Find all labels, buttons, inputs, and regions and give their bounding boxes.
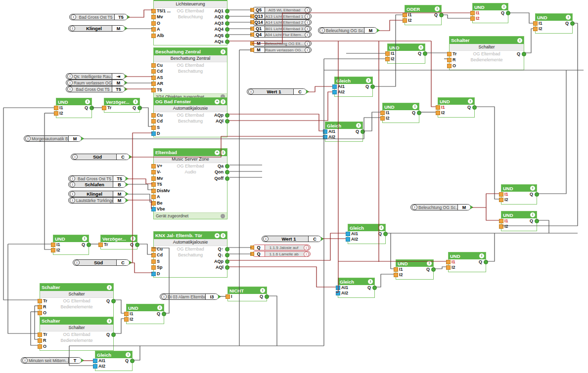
input-port-I2[interactable] bbox=[51, 248, 55, 252]
block-header[interactable]: Schalteri bbox=[450, 37, 524, 44]
output-port-Q[interactable] bbox=[522, 52, 526, 56]
otag-m-beleuchtung[interactable]: MBeleuchtung OG Elt...i bbox=[252, 41, 312, 46]
info-icon[interactable]: i bbox=[107, 319, 112, 324]
input-port-I1[interactable] bbox=[499, 219, 503, 223]
block-schalter-bottom-2[interactable]: SchalteriSchalterOG ElternbadBedieneleme… bbox=[40, 317, 114, 351]
block-schalter-right[interactable]: SchalteriSchalterOG ElternbadBedieneleme… bbox=[449, 36, 524, 70]
output-port-Q[interactable] bbox=[90, 106, 94, 110]
wire[interactable] bbox=[364, 112, 380, 131]
wire[interactable] bbox=[128, 200, 152, 208]
output-port-AQp[interactable] bbox=[225, 113, 229, 118]
wire[interactable] bbox=[268, 296, 277, 346]
input-port-Cd[interactable] bbox=[151, 253, 156, 257]
block-und-right-3[interactable]: UNDiI1I2Q bbox=[396, 259, 434, 280]
info-icon[interactable]: i bbox=[248, 89, 254, 94]
input-port-O[interactable] bbox=[38, 311, 42, 315]
info-icon[interactable]: i bbox=[107, 285, 112, 290]
info-icon[interactable]: i bbox=[305, 32, 310, 38]
block-header[interactable]: Schalteri bbox=[40, 317, 113, 325]
tag-wert1-a[interactable]: iWert 1C bbox=[247, 88, 307, 95]
info-icon[interactable]: i bbox=[133, 99, 138, 104]
input-port-I2[interactable] bbox=[394, 273, 398, 277]
info-icon[interactable]: i bbox=[70, 198, 75, 203]
info-icon[interactable]: i bbox=[25, 136, 31, 141]
info-icon[interactable]: i bbox=[157, 305, 162, 310]
input-port-DisMv[interactable] bbox=[151, 189, 156, 193]
info-icon[interactable]: i bbox=[221, 99, 226, 104]
output-port-Q[interactable] bbox=[484, 260, 488, 264]
input-port-I2[interactable] bbox=[403, 18, 407, 23]
block-nicht-1[interactable]: NICHTiIQ bbox=[227, 287, 267, 301]
info-icon[interactable]: i bbox=[468, 99, 473, 104]
input-port-D[interactable] bbox=[151, 272, 156, 276]
input-port-Cd[interactable] bbox=[151, 69, 156, 74]
input-port-R[interactable] bbox=[447, 58, 452, 62]
info-icon[interactable]: i bbox=[530, 212, 535, 217]
block-gleich-2[interactable]: GleichiAI1AI2Q bbox=[325, 122, 363, 142]
tag-klingel-1[interactable]: iKlingelM bbox=[68, 25, 125, 32]
input-port-I1[interactable] bbox=[380, 111, 385, 115]
output-port-Q↓[interactable] bbox=[225, 253, 229, 257]
output-port-AQl[interactable] bbox=[225, 265, 229, 270]
output-port-Q[interactable] bbox=[372, 286, 377, 290]
input-port-I1[interactable] bbox=[54, 106, 58, 110]
info-icon[interactable]: i bbox=[70, 176, 75, 181]
input-port-I2[interactable] bbox=[385, 57, 390, 61]
block-header[interactable]: UNDi bbox=[438, 98, 474, 105]
block-header[interactable]: UNDi bbox=[388, 44, 425, 51]
info-icon[interactable]: i bbox=[304, 251, 309, 257]
tag-bad-gross-ost-t5-mid[interactable]: iBad Gross Ost T5T5 bbox=[66, 86, 125, 92]
block-header[interactable]: UNDi bbox=[501, 211, 537, 218]
otag-jalousie-auf[interactable]: Q1.1.5 Jalosie aufi bbox=[252, 245, 311, 250]
otag-q14[interactable]: Q14A14 Licht Elternbad 2i bbox=[252, 19, 312, 25]
block-gleich-4[interactable]: GleichiAI1AI2Q bbox=[338, 278, 375, 298]
block-verzoegerung-a[interactable]: Verzöger...iTrQ bbox=[104, 98, 140, 113]
output-port-AQ3[interactable] bbox=[225, 21, 229, 26]
input-port-T5/1 ...[interactable] bbox=[151, 9, 156, 13]
info-icon[interactable]: i bbox=[479, 253, 484, 258]
info-icon[interactable]: i bbox=[305, 14, 310, 19]
input-port-I1[interactable] bbox=[51, 243, 55, 247]
wire[interactable] bbox=[115, 300, 124, 313]
info-icon[interactable]: i bbox=[161, 294, 167, 299]
block-header[interactable]: Verzöger...i bbox=[101, 235, 137, 242]
info-icon[interactable]: i bbox=[260, 288, 265, 293]
block-header[interactable]: Gleichi bbox=[95, 351, 132, 358]
input-port-AI1[interactable] bbox=[332, 84, 337, 89]
output-port-AQs[interactable] bbox=[225, 40, 229, 44]
wire[interactable] bbox=[31, 312, 38, 345]
wire[interactable] bbox=[8, 244, 38, 333]
input-port-AI2[interactable] bbox=[323, 135, 327, 139]
tag-lautstaerke[interactable]: iLautstärke TürklingelM bbox=[68, 197, 126, 204]
block-und-a[interactable]: UNDiI1I2Q bbox=[56, 98, 92, 118]
block-und-right-2[interactable]: UNDiI1I2Q bbox=[501, 211, 537, 231]
wire[interactable] bbox=[228, 114, 323, 131]
info-icon[interactable]: i bbox=[82, 236, 87, 241]
wire[interactable] bbox=[525, 29, 533, 53]
block-header[interactable]: Beschattung Zentrali bbox=[154, 48, 227, 55]
info-icon[interactable]: i bbox=[368, 279, 373, 284]
block-und-b2[interactable]: UNDiI1I2Q bbox=[126, 304, 164, 324]
block-header[interactable]: Gleichi bbox=[338, 278, 374, 285]
info-icon[interactable]: i bbox=[356, 123, 361, 128]
info-icon[interactable]: i bbox=[305, 20, 310, 25]
input-port-Tr[interactable] bbox=[38, 299, 42, 303]
info-icon[interactable]: i bbox=[72, 154, 78, 160]
input-port-I1[interactable] bbox=[499, 192, 503, 197]
info-icon[interactable]: i bbox=[74, 260, 80, 265]
output-port-AQ1[interactable] bbox=[225, 9, 229, 13]
output-port-Qon[interactable] bbox=[225, 170, 229, 174]
wire[interactable] bbox=[138, 244, 152, 254]
output-port-Q[interactable] bbox=[162, 312, 166, 316]
input-port-AI1[interactable] bbox=[93, 359, 97, 363]
input-port-Vbe[interactable] bbox=[151, 207, 156, 211]
block-gleich-3[interactable]: GleichiAI1AI2Q bbox=[348, 224, 386, 244]
input-port-Cu[interactable] bbox=[151, 247, 156, 251]
tag-sued-2[interactable]: iSüdC bbox=[73, 259, 130, 266]
input-port-AI1[interactable] bbox=[323, 129, 327, 134]
info-icon[interactable]: i bbox=[22, 358, 28, 363]
output-port-Q[interactable] bbox=[570, 21, 575, 26]
otag-q13[interactable]: Q13A13 Licht Elternbad 1i bbox=[252, 13, 312, 19]
info-icon[interactable]: i bbox=[305, 47, 310, 53]
wire[interactable] bbox=[486, 207, 499, 220]
